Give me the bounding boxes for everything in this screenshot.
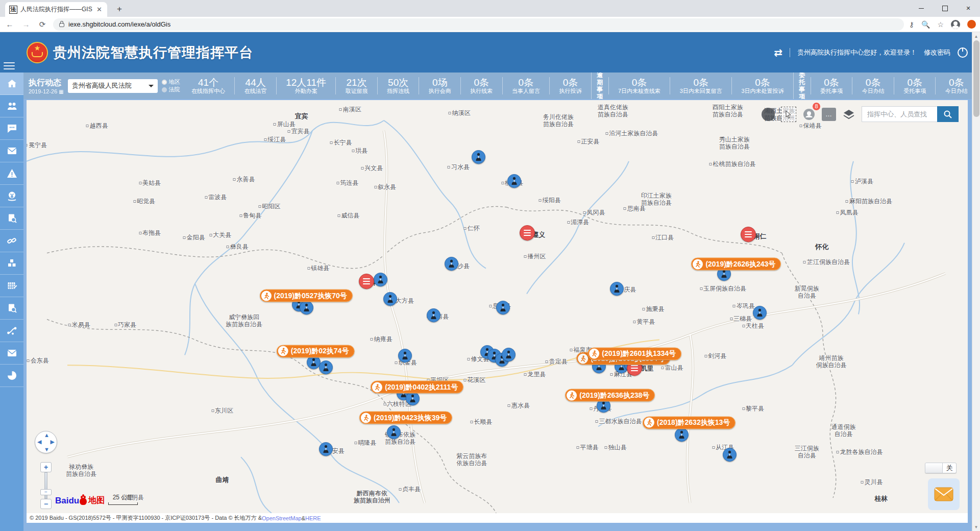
- case-number-label[interactable]: (2019)黔02执74号: [277, 345, 355, 357]
- pan-left-icon[interactable]: ◀: [37, 439, 41, 445]
- sidebar-item-doc-search[interactable]: [0, 207, 23, 230]
- layers-icon[interactable]: [841, 107, 856, 122]
- stat-item[interactable]: 0条今日办结: [935, 77, 977, 94]
- sidebar-item-mail-2[interactable]: [0, 342, 23, 365]
- sidebar-item-pie[interactable]: [0, 365, 23, 387]
- message-icon[interactable]: …: [822, 108, 836, 121]
- back-icon[interactable]: ←: [4, 20, 15, 29]
- case-number-label[interactable]: (2019)黔2601执1334号: [587, 347, 681, 360]
- zoom-in-button[interactable]: +: [40, 462, 52, 472]
- case-number-label[interactable]: (2019)黔2626执243号: [691, 258, 781, 271]
- here-link[interactable]: HERE: [305, 515, 321, 521]
- window-minimize-button[interactable]: [910, 0, 933, 17]
- logout-power-icon[interactable]: [958, 47, 968, 58]
- pan-up-icon[interactable]: ▲: [44, 432, 50, 438]
- search-input[interactable]: [862, 106, 937, 122]
- sidebar-item-doc-search-2[interactable]: [0, 297, 23, 320]
- toggle-knob[interactable]: [925, 463, 943, 473]
- case-number-label[interactable]: (2019)黔0423执恢39号: [359, 412, 452, 424]
- case-number-label[interactable]: (2018)黔2632执恢13号: [643, 416, 736, 429]
- alert-monitor-icon[interactable]: 8: [801, 107, 817, 122]
- officer-marker[interactable]: [406, 392, 420, 405]
- stat-item[interactable]: 0条当事人留言: [502, 77, 550, 94]
- radio-court[interactable]: 法院: [162, 86, 180, 93]
- reload-icon[interactable]: ⟳: [37, 20, 48, 29]
- switch-platform-icon[interactable]: ⇄: [774, 46, 782, 59]
- sidebar-item-cubes[interactable]: [0, 252, 23, 275]
- stat-item[interactable]: 21次取证留痕: [335, 77, 377, 94]
- tab-close-icon[interactable]: ✕: [95, 6, 103, 13]
- pan-down-icon[interactable]: ▼: [44, 446, 50, 452]
- stat-item[interactable]: 0条受托事项: [894, 77, 936, 94]
- zoom-slider-track[interactable]: −: [44, 472, 47, 499]
- stat-item[interactable]: 12人11件外勤办案: [276, 77, 335, 94]
- radio-region[interactable]: 地区: [162, 78, 180, 86]
- sidebar-item-chat[interactable]: [0, 117, 23, 140]
- stat-item[interactable]: 0条委托事项: [811, 77, 852, 94]
- stat-item[interactable]: 41个在线指挥中心: [182, 77, 235, 94]
- sidebar-item-home[interactable]: [0, 73, 23, 95]
- page-scrollbar[interactable]: ▲ ▼: [972, 32, 980, 531]
- radio-court-dot[interactable]: [162, 87, 167, 92]
- radio-region-dot[interactable]: [162, 80, 167, 85]
- calendar-icon[interactable]: ▦: [59, 89, 63, 94]
- password-key-icon[interactable]: ⚷: [909, 20, 914, 29]
- scrollbar-down-icon[interactable]: ▼: [972, 523, 980, 531]
- browser-profile-icon[interactable]: [967, 20, 976, 29]
- cluster-marker[interactable]: [741, 227, 756, 242]
- cluster-marker[interactable]: [359, 274, 374, 289]
- scrollbar-thumb[interactable]: [973, 40, 979, 117]
- officer-marker[interactable]: [723, 448, 737, 462]
- window-maximize-button[interactable]: [933, 0, 957, 17]
- officer-marker[interactable]: [445, 257, 458, 271]
- browser-tab[interactable]: 法 人民法院执行指挥——GIS可视化 ✕: [5, 2, 107, 17]
- bookmark-star-icon[interactable]: ☆: [937, 20, 944, 29]
- zoom-slider-handle[interactable]: −: [40, 489, 52, 495]
- locate-icon[interactable]: [761, 107, 776, 122]
- pan-right-icon[interactable]: ▶: [51, 439, 55, 445]
- stat-item[interactable]: 0条3日内未回复留言: [670, 77, 731, 94]
- new-tab-button[interactable]: +: [113, 4, 126, 14]
- map-pan-control[interactable]: ▲ ▼ ◀ ▶: [35, 431, 57, 453]
- address-bar[interactable]: iexe.shgbitcloud.com/iexe/a/oldGis: [53, 18, 904, 31]
- close-toggle[interactable]: 关: [925, 463, 957, 473]
- sidebar-item-finance[interactable]: [0, 185, 23, 207]
- stat-item[interactable]: 0条执行投诉: [549, 77, 591, 94]
- officer-marker[interactable]: [383, 292, 397, 306]
- officer-marker[interactable]: [427, 308, 440, 322]
- case-number-label[interactable]: (2019)黔2636执238号: [565, 389, 655, 402]
- stat-item[interactable]: 0条3日内未处置投诉: [731, 77, 793, 94]
- case-number-label[interactable]: (2019)黔0402执2111号: [371, 381, 463, 394]
- browser-avatar[interactable]: [951, 20, 960, 29]
- stat-item[interactable]: 0条7日内未核查线索: [608, 77, 670, 94]
- stat-item[interactable]: 0条今日办结: [852, 77, 894, 94]
- scrollbar-up-icon[interactable]: ▲: [972, 32, 980, 40]
- select-cursor-icon[interactable]: [781, 107, 796, 122]
- court-selector-dropdown[interactable]: 贵州省高级人民法院: [68, 79, 158, 93]
- officer-marker[interactable]: [374, 273, 387, 286]
- officer-marker[interactable]: [387, 425, 401, 439]
- menu-hamburger-icon[interactable]: [4, 60, 15, 71]
- officer-marker[interactable]: [496, 301, 510, 315]
- sidebar-item-link[interactable]: [0, 230, 23, 252]
- stat-item[interactable]: 50次指挥连线: [377, 77, 419, 94]
- sidebar-item-alert[interactable]: [0, 162, 23, 185]
- sidebar-item-team[interactable]: [0, 95, 23, 117]
- sidebar-item-route[interactable]: [0, 320, 23, 342]
- officer-marker[interactable]: [502, 348, 516, 361]
- zoom-out-button[interactable]: −: [40, 499, 52, 509]
- forward-icon[interactable]: →: [20, 20, 32, 29]
- map-canvas[interactable]: 屏山县宜宾宜宾县南溪区纳溪区长宁县珙县筠连县兴文县叙永县习水县正安县道真仡佬族 …: [27, 100, 968, 513]
- stat-item[interactable]: 44人在线法官: [234, 77, 276, 94]
- officer-marker[interactable]: [300, 301, 313, 315]
- page-zoom-icon[interactable]: 🔍: [921, 20, 930, 29]
- stat-item[interactable]: 0条执行线索: [460, 77, 502, 94]
- mail-widget-button[interactable]: [928, 478, 960, 510]
- stat-item[interactable]: 0场执行会商: [419, 77, 460, 94]
- sidebar-item-mail[interactable]: [0, 140, 23, 162]
- case-number-label[interactable]: (2019)黔0527执恢70号: [260, 289, 353, 302]
- cluster-marker[interactable]: [520, 225, 535, 240]
- window-close-button[interactable]: [957, 0, 980, 17]
- osm-link[interactable]: OpenStreetMap: [262, 515, 302, 521]
- search-button[interactable]: [937, 106, 959, 122]
